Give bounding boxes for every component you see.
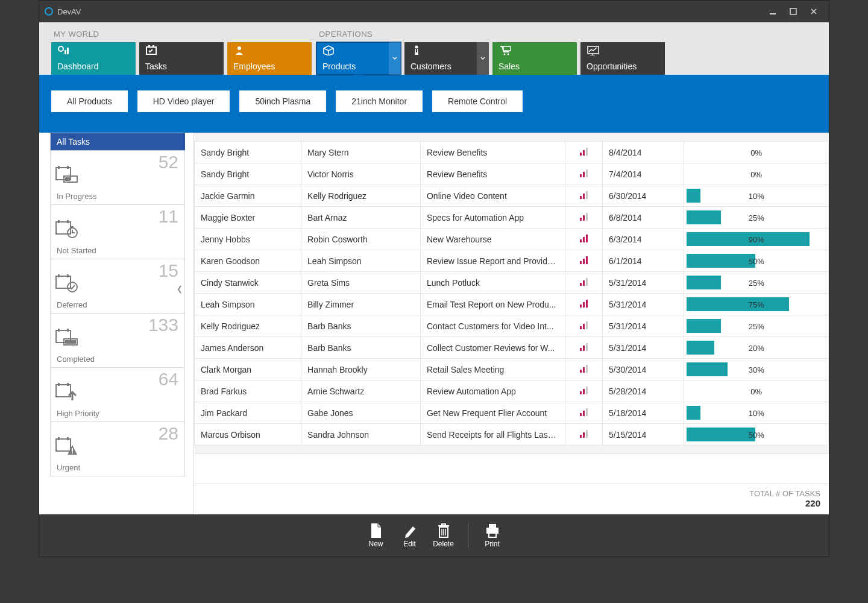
new-button[interactable]: New — [363, 523, 389, 548]
cell-owned: Mary Stern — [301, 142, 421, 163]
cell-owned: Greta Sims — [301, 272, 421, 294]
svg-rect-25 — [71, 226, 74, 228]
maximize-button[interactable] — [783, 4, 804, 19]
table-row[interactable]: Kelly RodriguezBarb BanksContact Custome… — [195, 315, 829, 337]
svg-rect-7 — [148, 45, 150, 48]
svg-point-13 — [508, 54, 509, 55]
table-row[interactable]: Cindy StanwickGreta SimsLunch Potluck5/3… — [195, 272, 829, 294]
nav-tile-dropdown[interactable] — [389, 42, 401, 75]
cell-progress: 75% — [684, 294, 829, 315]
table-row[interactable]: Brad FarkusArnie SchwartzReview Automati… — [195, 380, 829, 402]
nav-tile-customers[interactable]: Customers — [404, 42, 489, 75]
stat-card-not-started[interactable]: 11 Not Started — [50, 205, 185, 259]
svg-rect-31 — [58, 329, 60, 332]
cell-priority — [565, 229, 602, 250]
nav-tile-products[interactable]: Products — [316, 42, 401, 75]
table-row[interactable]: Sandy BrightVictor NorrisReview Benefits… — [195, 163, 829, 185]
table-row[interactable]: James AndersonBarb BanksCollect Customer… — [195, 337, 829, 359]
cell-subject: Review Benefits — [420, 142, 565, 163]
svg-point-10 — [415, 46, 418, 49]
svg-rect-38 — [56, 439, 71, 451]
sidebar-header[interactable]: All Tasks — [50, 133, 185, 151]
table-row[interactable]: Clark MorganHannah BrooklyRetail Sales M… — [195, 359, 829, 380]
bottombar-label: New — [368, 540, 383, 548]
tasks-icon — [145, 45, 218, 57]
cell-date: 5/15/2014 — [603, 424, 684, 446]
chevron-left-icon — [177, 285, 183, 294]
priority-bars-icon — [580, 408, 588, 416]
cell-priority — [565, 359, 602, 380]
stat-value: 28 — [159, 423, 178, 444]
calendar-warning-icon — [55, 437, 78, 458]
nav-tile-employees[interactable]: Employees — [227, 42, 312, 75]
filter-remote-control[interactable]: Remote Control — [432, 90, 523, 112]
delete-button[interactable]: Delete — [430, 523, 457, 548]
stat-card-deferred[interactable]: 15 Deferred — [50, 259, 185, 314]
cell-date: 5/31/2014 — [603, 315, 684, 337]
filter-hd-video-player[interactable]: HD Video player — [137, 90, 230, 112]
svg-rect-15 — [588, 46, 599, 54]
edit-button[interactable]: Edit — [397, 523, 423, 548]
table-row[interactable]: Marcus OrbisonSandra JohnsonSend Receipt… — [195, 424, 829, 446]
nav-tile-dashboard[interactable]: Dashboard — [51, 42, 136, 75]
calendar-check-icon — [55, 274, 78, 295]
filter-all-products[interactable]: All Products — [51, 90, 128, 112]
stat-label: In Progress — [57, 192, 96, 201]
nav-tile-sales[interactable]: Sales — [492, 42, 577, 75]
table-row[interactable]: Leah SimpsonBilly ZimmerEmail Test Repor… — [195, 294, 829, 315]
cell-subject: Get New Frequent Flier Account — [420, 402, 565, 424]
pencil-icon — [403, 523, 417, 538]
filter-21inch-monitor[interactable]: 21inch Monitor — [336, 90, 423, 112]
filter-50inch-plasma[interactable]: 50inch Plasma — [239, 90, 326, 112]
cell-date: 7/4/2014 — [603, 163, 684, 185]
nav-tile-opportunities[interactable]: Opportunities — [580, 42, 665, 75]
grid-footer-label: TOTAL # OF TASKS — [194, 489, 820, 498]
cell-progress: 30% — [684, 359, 829, 380]
employees-icon — [233, 45, 306, 57]
trash-icon — [437, 523, 450, 538]
cell-subject: New Warehourse — [420, 229, 565, 250]
table-row[interactable]: Jim PackardGabe JonesGet New Frequent Fl… — [195, 402, 829, 424]
cell-assigned: Jackie Garmin — [195, 185, 301, 207]
table-row[interactable]: Karen GoodsonLeah SimpsonReview Issue Re… — [195, 250, 829, 272]
cell-progress: 10% — [684, 402, 829, 424]
cell-assigned: Jim Packard — [195, 402, 301, 424]
stat-card-high-priority[interactable]: 64 High Priority — [50, 368, 185, 422]
cell-priority — [565, 337, 602, 359]
cell-assigned: Leah Simpson — [195, 294, 301, 315]
sidebar-collapse-handle[interactable] — [174, 277, 185, 302]
calendar-arrow-up-icon — [55, 382, 78, 404]
nav-tile-tasks[interactable]: Tasks — [139, 42, 224, 75]
customers-icon — [410, 45, 483, 57]
grid: Sandy BrightMary SternReview Benefits8/4… — [193, 133, 829, 514]
svg-rect-18 — [67, 166, 69, 169]
stat-card-completed[interactable]: 133 Completed — [50, 314, 185, 368]
products-icon — [322, 45, 395, 57]
table-row[interactable]: Sandy BrightMary SternReview Benefits8/4… — [195, 142, 829, 163]
cell-owned: Sandra Johnson — [301, 424, 421, 446]
svg-rect-4 — [64, 50, 66, 54]
stat-value: 11 — [159, 206, 178, 227]
svg-rect-42 — [72, 452, 73, 453]
table-row[interactable]: Maggie BoxterBart ArnazSpecs for Automat… — [195, 207, 829, 229]
chevron-down-icon — [392, 57, 397, 60]
bottombar-label: Delete — [433, 540, 454, 548]
close-button[interactable] — [804, 4, 824, 19]
stat-card-urgent[interactable]: 28 Urgent — [50, 422, 185, 476]
table-row[interactable]: Jackie GarminKelly RodriguezOnline Video… — [195, 185, 829, 207]
table-row[interactable]: Jenny HobbsRobin CosworthNew Warehourse6… — [195, 229, 829, 250]
cell-priority — [565, 294, 602, 315]
minimize-button[interactable] — [763, 4, 783, 19]
print-button[interactable]: Print — [479, 523, 506, 548]
priority-bars-icon — [580, 343, 588, 351]
progress-percent: 50% — [684, 430, 828, 439]
priority-bars-icon — [580, 256, 588, 264]
svg-rect-1 — [770, 13, 776, 14]
calendar-complete-icon — [55, 328, 78, 350]
nav-tile-dropdown[interactable] — [477, 42, 489, 75]
cell-assigned: Cindy Stanwick — [195, 272, 301, 294]
cell-progress: 25% — [684, 272, 829, 294]
stat-card-in-progress[interactable]: 52 In Progress — [50, 151, 185, 205]
nav-tile-label: Customers — [410, 62, 483, 71]
svg-rect-44 — [489, 524, 496, 528]
